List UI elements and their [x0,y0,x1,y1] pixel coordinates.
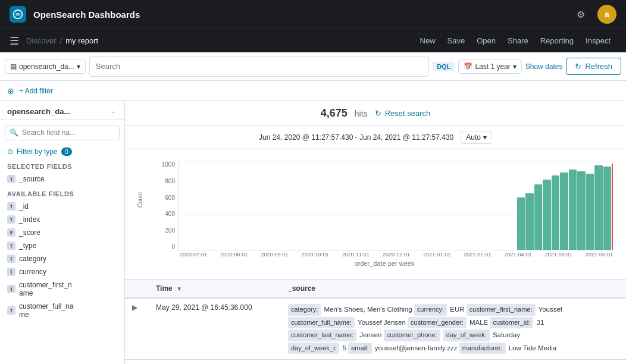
chart-bar [525,193,534,250]
customer-first-name-key: customer_first_name: [467,304,536,316]
filter-by-type-icon: ⊙ [7,148,13,156]
secondary-nav: ☰ Discover / my report New Save Open Sha… [0,29,626,52]
field-name: _score [19,228,40,237]
chart-bar [603,167,612,250]
field-name: customer_full_name [19,302,73,319]
open-button[interactable]: Open [471,34,502,48]
selected-fields-label: Selected fields [0,158,124,172]
index-selector[interactable]: ▤ opensearch_da... ▾ [5,59,86,74]
column-time[interactable]: Time ▼ [149,280,281,298]
category-key: category: [288,304,321,316]
chart-bar [594,165,603,250]
customer-gender-value: MALE [470,319,488,326]
field-item-customer-full-name[interactable]: t customer_full_name [0,300,124,321]
search-input[interactable] [96,62,422,71]
chart-bar [586,174,594,250]
settings-button[interactable]: ⚙ [571,5,590,24]
available-fields-label: Available fields [0,186,124,200]
sidebar-index-label: opensearch_da... ← [0,101,124,120]
field-type-badge: t [7,241,15,250]
logo-icon [10,6,26,23]
sort-icon: ▼ [176,285,182,292]
time-selector-chevron: ▾ [513,62,517,71]
chart-y-axis: 1000 800 600 400 200 0 [155,161,179,250]
field-type-badge: t [7,285,15,293]
hits-count: 4,675 [321,107,348,120]
chart-wrapper: 1000 800 600 400 200 0 [155,155,614,250]
sidebar-arrow-button[interactable]: ← [110,108,117,116]
auto-label: Auto [466,133,481,142]
chart-x-title: order_date per week [155,260,614,267]
new-button[interactable]: New [414,34,442,48]
chart-bar [577,171,586,250]
hits-bar: 4,675 hits ↻ Reset search [125,101,626,126]
time-selector[interactable]: 📅 Last 1 year ▾ [458,59,521,74]
inspect-button[interactable]: Inspect [580,34,616,48]
currency-value: EUR [450,306,464,313]
reset-search-button[interactable]: ↻ Reset search [375,109,431,118]
hamburger-button[interactable]: ☰ [10,34,19,48]
customer-last-name-value: Jensen [359,331,381,338]
add-filter-button[interactable]: + Add filter [19,87,53,95]
field-item-score[interactable]: # _score [0,226,124,239]
chart-bars-container [179,161,614,250]
field-item-id[interactable]: t _id [0,200,124,213]
reset-search-label: Reset search [385,109,431,118]
field-item-category[interactable]: t category [0,252,124,265]
auto-selector[interactable]: Auto ▾ [461,131,492,144]
customer-gender-key: customer_gender: [408,317,467,329]
y-axis-label: Count [137,192,143,208]
table-row: ▶ May 29, 2021 @ 16:45:36.000 category: … [125,298,626,360]
breadcrumb: Discover / my report [26,36,98,45]
index-selector-chevron: ▾ [77,62,80,71]
date-range-text: Jun 24, 2020 @ 11:27:57.430 - Jun 24, 20… [259,133,453,142]
field-name: _type [19,241,36,250]
customer-id-value: 31 [537,319,544,326]
breadcrumb-separator: / [60,36,62,45]
field-type-badge: # [7,228,15,237]
share-button[interactable]: Share [502,34,534,48]
right-content: 4,675 hits ↻ Reset search Jun 24, 2020 @… [125,101,626,364]
hits-label: hits [355,109,368,118]
field-item-currency[interactable]: t currency [0,265,124,278]
dql-badge[interactable]: DQL [433,62,455,71]
date-range-bar: Jun 24, 2020 @ 11:27:57.430 - Jun 24, 20… [125,126,626,149]
sidebar-search-input[interactable] [5,125,120,140]
filter-icon-button[interactable]: ⊕ [7,86,14,96]
save-button[interactable]: Save [442,34,471,48]
refresh-label: Refresh [585,62,612,71]
row-time-cell: May 29, 2021 @ 16:45:36.000 [149,298,281,360]
show-dates-button[interactable]: Show dates [525,62,563,71]
breadcrumb-discover[interactable]: Discover [26,36,57,45]
day-of-week-i-value: 5 [343,344,346,352]
manufacturer-key: manufacturer: [459,343,506,354]
field-type-badge: t [7,268,15,276]
filter-row: ⊕ + Add filter [0,81,626,101]
field-item-type[interactable]: t _type [0,239,124,252]
app-title: OpenSearch Dashboards [33,10,140,20]
column-source: _source [281,280,626,298]
customer-phone-key: customer_phone: [384,330,440,341]
field-item-customer-first-name[interactable]: t customer_first_name [0,278,124,300]
reporting-button[interactable]: Reporting [534,34,580,48]
customer-first-name-value: Youssef [539,306,563,313]
field-name: category [19,255,46,263]
field-type-badge: t [7,306,15,315]
refresh-icon: ↻ [575,62,581,71]
main-container: opensearch_da... ← 🔍 ⊙ Filter by type 0 … [0,101,626,364]
customer-full-name-value: Youssef Jensen [358,319,406,326]
refresh-button[interactable]: ↻ Refresh [566,58,621,75]
filter-by-type-row[interactable]: ⊙ Filter by type 0 [0,145,124,158]
filter-by-type-label: Filter by type [17,148,58,156]
field-type-badge: t [7,202,15,211]
field-item-index[interactable]: t _index [0,213,124,226]
category-value: Men's Shoes, Men's Clothing [324,306,412,313]
field-item-source[interactable]: t _source [0,172,124,186]
row-expand-button[interactable]: ▶ [132,303,137,312]
breadcrumb-current: my report [65,36,98,45]
day-of-week-i-key: day_of_week_i: [288,343,339,354]
customer-id-key: customer_id: [490,317,533,329]
bars-wrapper [179,164,614,250]
user-avatar[interactable]: a [597,5,616,24]
chart-area: Count 1000 800 600 400 200 0 [125,149,626,280]
